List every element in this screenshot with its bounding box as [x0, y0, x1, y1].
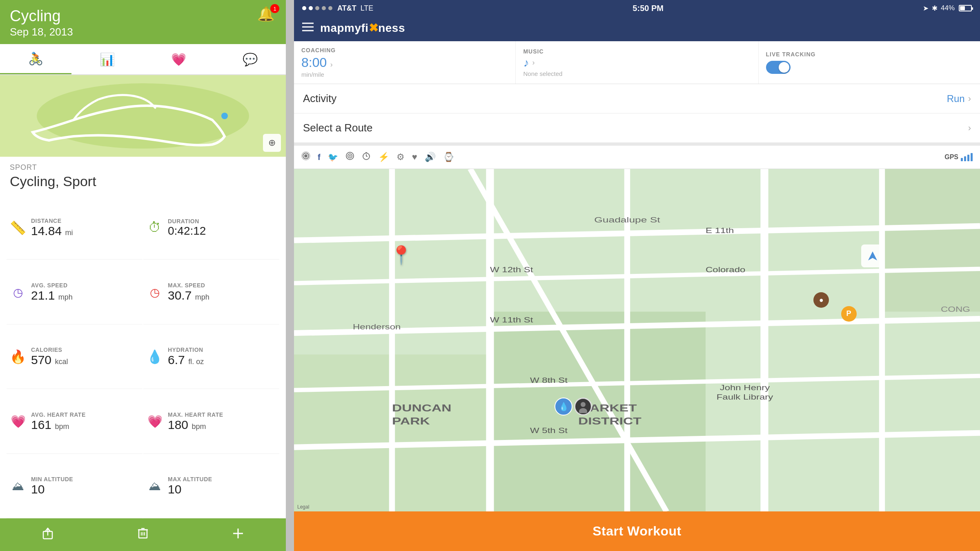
avg-hr-label: AVG. HEART RATE	[31, 411, 86, 418]
add-button[interactable]	[224, 524, 252, 546]
tab-chart[interactable]: 📊	[71, 44, 143, 74]
stat-max-altitude: ⛰ MAX ALTITUDE 10	[143, 455, 279, 518]
activity-row[interactable]: Activity Run ›	[294, 84, 980, 113]
signal-dot-5	[328, 6, 332, 10]
svg-text:Henderson: Henderson	[353, 323, 401, 331]
status-bar: AT&T LTE 5:50 PM ➤ ✱ 44%	[294, 0, 980, 16]
music-label: MUSIC	[523, 48, 751, 55]
music-section[interactable]: MUSIC ♪ › None selected	[516, 41, 758, 84]
sport-name: Cycling, Sport	[0, 173, 286, 196]
right-panel: AT&T LTE 5:50 PM ➤ ✱ 44% mapmyfi✖ness	[294, 0, 980, 551]
avg-hr-icon: 💗	[10, 414, 26, 429]
right-map: Guadalupe St Henderson W 8th St W 5th St…	[294, 169, 980, 511]
svg-point-2	[221, 113, 228, 119]
max-altitude-label: MAX ALTITUDE	[168, 476, 212, 482]
location-pin: 📍	[390, 244, 412, 266]
coaching-subtext: min/mile	[301, 71, 508, 78]
left-footer	[0, 518, 286, 551]
timer-icon[interactable]	[362, 151, 371, 163]
stat-min-altitude: ⛰ MIN ALTITUDE 10	[7, 455, 143, 518]
app-header: mapmyfi✖ness	[294, 16, 980, 41]
facebook-icon[interactable]: f	[318, 153, 321, 162]
stat-calories: 🔥 CALORIES 570 kcal	[7, 325, 143, 389]
avatar-water-drop: 💧	[555, 398, 572, 415]
live-tracking-label: LIVE TRACKING	[766, 51, 973, 58]
svg-rect-29	[882, 169, 980, 312]
avatar-user	[574, 398, 592, 415]
coaching-bar: COACHING 8:00 › min/mile MUSIC ♪ › None …	[294, 41, 980, 84]
distance-value: 14.84 mi	[31, 224, 73, 238]
left-panel: Cycling Sep 18, 2013 🔔 1 🚴 📊 💗 💬	[0, 0, 286, 551]
tab-comment[interactable]: 💬	[214, 44, 286, 74]
hamburger-button[interactable]	[302, 22, 314, 34]
svg-text:W 5th St: W 5th St	[530, 427, 568, 434]
share-button[interactable]	[34, 522, 62, 547]
min-altitude-label: MIN ALTITUDE	[31, 476, 73, 482]
lightning-icon[interactable]: ⚡	[378, 152, 389, 162]
gear-icon[interactable]: ⚙	[396, 152, 405, 162]
toggle-knob	[779, 62, 789, 73]
hydration-label: HYDRATION	[168, 347, 204, 353]
hydration-value: 6.7 fl. oz	[168, 353, 204, 367]
heartbeat-icon: 💗	[171, 52, 186, 67]
panel-divider	[286, 0, 294, 551]
navigate-button[interactable]	[861, 244, 884, 267]
svg-text:W 12th St: W 12th St	[490, 266, 533, 274]
tab-bike[interactable]: 🚴	[0, 44, 71, 74]
left-header: Cycling Sep 18, 2013 🔔 1	[0, 0, 286, 44]
signal-bar-2	[964, 156, 966, 161]
coaching-value-row: 8:00 ›	[301, 55, 508, 70]
max-speed-label: MAX. SPEED	[168, 282, 209, 289]
target-icon[interactable]	[345, 151, 354, 163]
signal-bar-4	[971, 153, 973, 161]
stat-max-hr: 💗 MAX. HEART RATE 180 bpm	[143, 390, 279, 453]
music-arrow: ›	[532, 58, 535, 67]
max-hr-label: MAX. HEART RATE	[168, 411, 223, 418]
map-legal: Legal	[297, 504, 309, 510]
signal-dot-3	[315, 6, 319, 10]
social-icons-bar: f 🐦 ⚡ ⚙ ♥ 🔊 ⌚ GPS	[294, 146, 980, 169]
tab-heart[interactable]: 💗	[143, 44, 214, 74]
user-avatars: 💧	[555, 398, 592, 415]
gps-indicator: GPS	[944, 153, 973, 161]
max-altitude-value: 10	[168, 482, 212, 496]
start-workout-button[interactable]: Start Workout	[294, 511, 980, 551]
speaker-icon[interactable]: 🔊	[425, 152, 436, 162]
badge-count: 1	[270, 4, 279, 13]
signal-bars	[961, 153, 973, 161]
route-row[interactable]: Select a Route ›	[294, 113, 980, 146]
calories-value: 570 kcal	[31, 353, 68, 367]
min-altitude-value: 10	[31, 482, 73, 496]
status-signal: AT&T LTE	[302, 4, 373, 13]
svg-text:Faulk Library: Faulk Library	[717, 393, 773, 401]
svg-text:John Henry: John Henry	[720, 384, 770, 391]
route-label: Select a Route	[303, 122, 968, 134]
duration-label: DURATION	[168, 218, 206, 224]
twitter-icon[interactable]: 🐦	[328, 152, 338, 162]
live-tracking-toggle[interactable]	[766, 61, 791, 74]
signal-dot-1	[302, 6, 306, 10]
stat-hydration: 💧 HYDRATION 6.7 fl. oz	[143, 325, 279, 389]
svg-text:W 11th St: W 11th St	[490, 316, 533, 324]
workout-date: Sep 18, 2013	[10, 26, 276, 38]
podcast-icon[interactable]	[301, 151, 310, 163]
watch-icon[interactable]: ⌚	[443, 152, 454, 162]
avg-speed-label: AVG. SPEED	[31, 282, 73, 289]
parking-marker: P	[841, 306, 857, 322]
delete-button[interactable]	[129, 522, 157, 547]
coaching-section[interactable]: COACHING 8:00 › min/mile	[294, 41, 516, 84]
live-tracking-section[interactable]: LIVE TRACKING	[759, 41, 980, 84]
bike-icon: 🚴	[28, 51, 43, 66]
activity-label: Activity	[303, 92, 947, 105]
max-hr-icon: 💗	[147, 414, 163, 429]
svg-text:Colorado: Colorado	[706, 266, 745, 274]
activity-value: Run	[947, 93, 965, 104]
svg-text:DISTRICT: DISTRICT	[578, 415, 641, 426]
svg-point-16	[304, 154, 307, 158]
zoom-button[interactable]: ⊕	[263, 134, 281, 152]
heart-icon[interactable]: ♥	[412, 152, 417, 162]
notification-badge[interactable]: 🔔 1	[257, 6, 278, 26]
workout-title: Cycling	[10, 7, 276, 25]
music-note-icon: ♪	[523, 56, 529, 69]
avg-speed-icon: ◷	[10, 286, 26, 299]
